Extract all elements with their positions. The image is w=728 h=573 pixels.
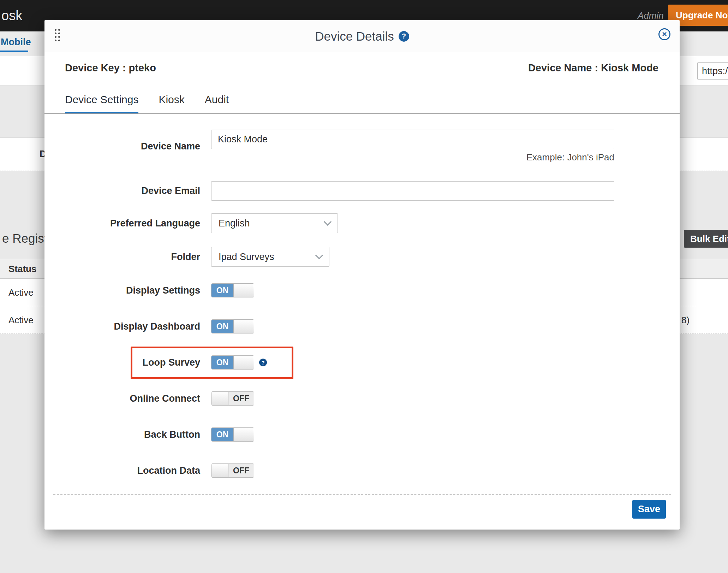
toggle-off-label: OFF	[228, 392, 254, 405]
save-button[interactable]: Save	[632, 500, 666, 519]
toggle-on-label: ON	[211, 320, 233, 333]
display-settings-row: Display Settings ON	[44, 283, 680, 297]
device-name-label: Device Name	[44, 141, 200, 152]
toggle-knob	[211, 464, 228, 477]
modal-header: Device Details ? ✕	[44, 20, 680, 52]
device-email-row: Device Email	[44, 181, 680, 201]
back-button-label: Back Button	[44, 429, 200, 440]
toggle-knob	[233, 356, 254, 369]
device-name-input[interactable]	[211, 130, 614, 149]
loop-survey-help-icon[interactable]: ?	[259, 359, 267, 366]
preferred-language-select[interactable]: English	[211, 213, 338, 233]
toggle-on-label: ON	[211, 356, 233, 369]
back-button-row: Back Button ON	[44, 427, 680, 442]
brand-logo-partial: osk	[1, 0, 22, 31]
toggle-on-label: ON	[211, 428, 233, 441]
toggle-knob	[211, 392, 228, 405]
folder-row: Folder Ipad Surveys	[44, 247, 680, 267]
loop-survey-label: Loop Survey	[44, 357, 200, 368]
folder-select[interactable]: Ipad Surveys	[211, 247, 329, 267]
status-cell: Active	[8, 279, 34, 306]
close-icon[interactable]: ✕	[658, 28, 670, 40]
device-name-row: Device Name Example: John's iPad	[44, 130, 680, 163]
modal-subheader: Device Key : pteko Device Name : Kiosk M…	[44, 52, 680, 74]
modal-body: Device Name Example: John's iPad Device …	[44, 114, 680, 519]
display-settings-toggle[interactable]: ON	[211, 283, 254, 297]
modal-tabs: Device Settings Kiosk Audit	[44, 74, 680, 114]
toggle-knob	[233, 284, 254, 297]
location-data-row: Location Data OFF	[44, 463, 680, 478]
display-dashboard-label: Display Dashboard	[44, 321, 200, 332]
device-name-helper: Example: John's iPad	[211, 152, 614, 163]
display-dashboard-toggle[interactable]: ON	[211, 319, 254, 333]
tab-mobile[interactable]: Mobile	[1, 37, 31, 48]
loop-survey-row: Loop Survey ON ?	[44, 355, 680, 370]
tab-kiosk[interactable]: Kiosk	[159, 94, 184, 113]
title-help-icon[interactable]: ?	[399, 31, 409, 42]
folder-value: Ipad Surveys	[219, 252, 274, 262]
preferred-language-label: Preferred Language	[44, 218, 200, 229]
device-email-label: Device Email	[44, 185, 200, 196]
online-connect-row: Online Connect OFF	[44, 391, 680, 406]
toggle-off-label: OFF	[228, 464, 254, 477]
url-input[interactable]: https://	[697, 62, 728, 80]
device-name-text: Device Name : Kiosk Mode	[528, 62, 658, 74]
online-connect-label: Online Connect	[44, 393, 200, 404]
tab-mobile-underline	[0, 51, 28, 52]
device-key-text: Device Key : pteko	[65, 62, 156, 74]
modal-footer: Save	[44, 495, 680, 519]
online-connect-toggle[interactable]: OFF	[211, 391, 254, 406]
status-column-header: Status	[8, 259, 36, 279]
bulk-edit-button[interactable]: Bulk Edit	[684, 230, 728, 248]
row2-clipped-text: 8)	[681, 306, 690, 334]
display-settings-label: Display Settings	[44, 285, 200, 296]
toggle-knob	[233, 320, 254, 333]
preferred-language-value: English	[219, 218, 250, 229]
toggle-knob	[233, 428, 254, 441]
display-dashboard-row: Display Dashboard ON	[44, 319, 680, 333]
toggle-on-label: ON	[211, 284, 233, 297]
location-data-label: Location Data	[44, 465, 200, 476]
device-email-input[interactable]	[211, 181, 614, 201]
chevron-down-icon	[324, 218, 332, 226]
loop-survey-toggle[interactable]: ON	[211, 355, 254, 370]
modal-title-wrap: Device Details ?	[44, 20, 680, 52]
modal-title: Device Details	[315, 29, 394, 43]
device-details-modal: Device Details ? ✕ Device Key : pteko De…	[44, 20, 680, 530]
location-data-toggle[interactable]: OFF	[211, 463, 254, 478]
back-button-toggle[interactable]: ON	[211, 427, 254, 442]
device-name-field-wrap: Example: John's iPad	[211, 130, 614, 163]
chevron-down-icon	[315, 251, 323, 259]
status-cell: Active	[8, 306, 34, 334]
folder-label: Folder	[44, 252, 200, 262]
tab-audit[interactable]: Audit	[205, 94, 229, 113]
tab-device-settings[interactable]: Device Settings	[65, 94, 138, 113]
preferred-language-row: Preferred Language English	[44, 213, 680, 233]
